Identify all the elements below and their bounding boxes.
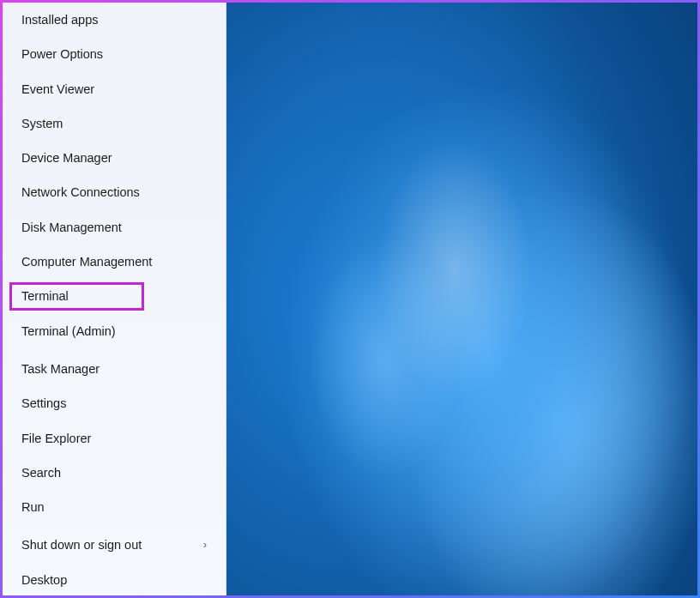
menu-label: Disk Management <box>21 219 122 236</box>
menu-label: Terminal <box>21 287 69 305</box>
menu-item-terminal-admin[interactable]: Terminal (Admin) <box>3 314 226 348</box>
menu-label: Device Manager <box>21 149 112 166</box>
menu-group-2: Task Manager Settings File Explorer Sear… <box>3 352 226 524</box>
menu-label: Settings <box>21 395 66 412</box>
menu-label: Power Options <box>21 45 103 63</box>
menu-item-installed-apps[interactable]: Installed apps <box>3 3 226 37</box>
menu-label: Shut down or sign out <box>21 536 142 553</box>
menu-group-3: Shut down or sign out › Desktop <box>3 528 226 597</box>
menu-label: Installed apps <box>21 11 98 28</box>
menu-item-terminal[interactable]: Terminal <box>3 279 226 313</box>
menu-item-file-explorer[interactable]: File Explorer <box>3 421 226 456</box>
menu-item-system[interactable]: System <box>3 106 226 141</box>
menu-item-power-options[interactable]: Power Options <box>3 37 226 71</box>
menu-item-task-manager[interactable]: Task Manager <box>3 352 226 386</box>
chevron-right-icon: › <box>203 538 207 553</box>
menu-label: Terminal (Admin) <box>21 323 116 340</box>
menu-item-run[interactable]: Run <box>3 490 226 524</box>
menu-label: System <box>21 115 63 132</box>
menu-label: Task Manager <box>21 360 100 378</box>
menu-label: File Explorer <box>21 430 91 447</box>
menu-label: Network Connections <box>21 184 140 201</box>
menu-item-disk-management[interactable]: Disk Management <box>3 210 226 245</box>
menu-label: Desktop <box>21 571 67 589</box>
menu-item-device-manager[interactable]: Device Manager <box>3 141 226 175</box>
menu-label: Event Viewer <box>21 81 94 98</box>
menu-label: Run <box>21 498 45 516</box>
menu-item-search[interactable]: Search <box>3 456 226 490</box>
menu-item-network-connections[interactable]: Network Connections <box>3 175 226 209</box>
menu-label: Computer Management <box>21 253 152 270</box>
winx-context-menu: Installed apps Power Options Event Viewe… <box>3 3 226 595</box>
menu-item-shut-down[interactable]: Shut down or sign out › <box>3 528 226 562</box>
menu-item-desktop[interactable]: Desktop <box>3 563 226 597</box>
menu-item-computer-management[interactable]: Computer Management <box>3 245 226 279</box>
menu-item-event-viewer[interactable]: Event Viewer <box>3 72 226 106</box>
menu-group-1: Installed apps Power Options Event Viewe… <box>3 3 226 348</box>
menu-label: Search <box>21 464 61 481</box>
menu-item-settings[interactable]: Settings <box>3 386 226 420</box>
